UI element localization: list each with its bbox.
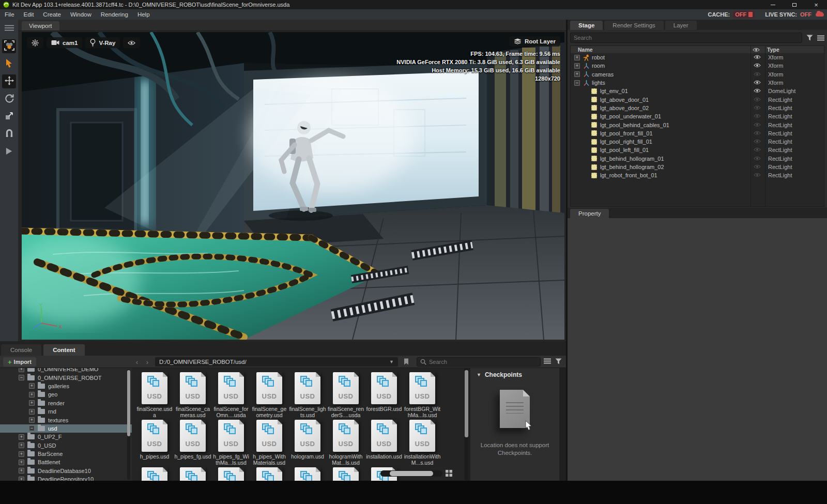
grid-view-icon[interactable] xyxy=(446,470,452,478)
visibility-eye-icon[interactable] xyxy=(754,63,761,69)
checkpoints-header[interactable]: ▼ Checkpoints xyxy=(470,368,559,378)
folder-row[interactable]: + DeadlineRepository10 xyxy=(0,475,132,481)
expand-toggle-icon[interactable]: + xyxy=(19,442,24,448)
viewport-settings-button[interactable] xyxy=(27,37,43,48)
snap-tool[interactable] xyxy=(2,127,16,141)
folder-row[interactable]: + textures xyxy=(0,416,132,424)
file-item[interactable]: USD finalScene_geometry.usd xyxy=(250,372,288,418)
visibility-eye-icon[interactable] xyxy=(754,71,761,78)
import-button[interactable]: + Import xyxy=(3,357,36,366)
expand-toggle-icon[interactable]: − xyxy=(574,80,580,86)
visibility-eye-icon[interactable] xyxy=(754,130,761,136)
scale-tool[interactable] xyxy=(2,110,16,124)
visibility-column-eye-icon[interactable] xyxy=(753,47,760,53)
expand-toggle-icon[interactable]: + xyxy=(19,368,24,372)
expand-toggle-icon[interactable]: + xyxy=(19,477,24,481)
stage-row[interactable]: lgt_behind_hollogram_01 RectLight xyxy=(571,155,824,163)
folder-row[interactable]: + Battlenet xyxy=(0,458,132,466)
filter-icon[interactable] xyxy=(806,35,813,41)
play-button[interactable] xyxy=(2,145,16,159)
live-sync-cloud-icon[interactable] xyxy=(816,13,824,17)
expand-toggle-icon[interactable]: + xyxy=(19,460,24,465)
visibility-eye-icon[interactable] xyxy=(754,88,761,94)
expand-toggle-icon[interactable]: + xyxy=(29,392,35,398)
file-item[interactable]: USD hologram.usd xyxy=(288,420,327,466)
file-item[interactable]: USD xyxy=(288,467,327,481)
expand-toggle-icon[interactable]: + xyxy=(574,55,580,60)
close-button[interactable]: × xyxy=(805,0,827,9)
stage-row[interactable]: lgt_robot_front_bot_01 RectLight xyxy=(571,171,824,179)
file-item[interactable]: USD xyxy=(327,467,365,481)
visibility-eye-icon[interactable] xyxy=(754,97,761,103)
folder-row[interactable]: + 0_UP2_F xyxy=(0,433,132,441)
stage-row[interactable]: lgt_pool_right_fill_01 RectLight xyxy=(571,138,824,146)
menu-rendering[interactable]: Rendering xyxy=(96,9,133,20)
file-item[interactable]: USD xyxy=(135,467,174,481)
visibility-eye-icon[interactable] xyxy=(754,80,761,86)
file-item[interactable]: USD installationWithM...s.usd xyxy=(403,420,441,466)
visibility-options-button[interactable] xyxy=(123,37,140,48)
visibility-eye-icon[interactable] xyxy=(754,105,761,111)
tab-stage[interactable]: Stage xyxy=(570,21,603,30)
tab-render-settings[interactable]: Render Settings xyxy=(604,21,663,30)
renderer-select-button[interactable]: V-Ray xyxy=(85,37,120,48)
bookmark-icon[interactable] xyxy=(404,358,409,366)
tab-layer[interactable]: Layer xyxy=(665,21,697,30)
path-field[interactable]: D:/0_OMNIVERSE_ROBOT/usd/ ▼ xyxy=(155,357,398,366)
expand-toggle-icon[interactable]: + xyxy=(29,383,35,389)
cache-toggle[interactable]: OFF xyxy=(733,11,755,18)
menu[interactable] xyxy=(2,22,16,36)
back-button[interactable]: ‹ xyxy=(132,357,142,366)
stage-row[interactable]: + room Xform xyxy=(571,62,824,70)
expand-toggle-icon[interactable]: + xyxy=(574,71,580,77)
stage-row[interactable]: lgt_pool_underwater_01 RectLight xyxy=(571,112,824,120)
folder-row[interactable]: − 0_OMNIVERSE_ROBOT xyxy=(0,373,132,381)
list-view-icon[interactable] xyxy=(544,358,551,365)
expand-toggle-icon[interactable]: + xyxy=(19,434,24,440)
file-item[interactable]: USD finalScene_forOmn....usda xyxy=(212,372,250,418)
expand-toggle-icon[interactable]: − xyxy=(19,375,24,380)
file-item[interactable]: USD finalScene.usda xyxy=(135,372,174,418)
file-grid-scrollbar[interactable] xyxy=(465,369,468,480)
visibility-eye-icon[interactable] xyxy=(754,156,761,162)
minimize-button[interactable] xyxy=(762,0,784,9)
slider-handle[interactable] xyxy=(390,471,433,476)
thumbnail-size-slider[interactable] xyxy=(380,470,442,477)
file-item[interactable]: USD xyxy=(212,467,250,481)
menu-help[interactable]: Help xyxy=(133,9,155,20)
folder-row[interactable]: + 0_USD xyxy=(0,441,132,450)
menu-window[interactable]: Window xyxy=(66,9,96,20)
visibility-eye-icon[interactable] xyxy=(754,113,761,119)
visibility-eye-icon[interactable] xyxy=(754,139,761,145)
menu-create[interactable]: Create xyxy=(38,9,66,20)
expand-toggle-icon[interactable]: + xyxy=(574,63,580,69)
folder-row[interactable]: − usd xyxy=(0,424,132,433)
file-item[interactable]: USD finalScene_cameras.usd xyxy=(174,372,212,418)
type-column-header[interactable]: Type xyxy=(767,47,779,53)
folder-row[interactable]: + 0_OMNIVERSE_DEMO xyxy=(0,368,132,373)
visibility-eye-icon[interactable] xyxy=(754,172,761,178)
camera-select-button[interactable]: cam1 xyxy=(47,37,82,48)
file-item[interactable]: USD installation.usd xyxy=(365,420,403,466)
visibility-eye-icon[interactable] xyxy=(754,164,761,170)
visibility-eye-icon[interactable] xyxy=(754,54,761,60)
expand-toggle-icon[interactable]: + xyxy=(29,409,35,415)
file-item[interactable]: USD h_pipes_WithMaterials.usd xyxy=(250,420,288,466)
expand-toggle-icon[interactable]: + xyxy=(29,417,35,423)
file-item[interactable]: USD forestBGR.usd xyxy=(365,372,403,418)
filter-icon[interactable] xyxy=(555,358,562,366)
visibility-eye-icon[interactable] xyxy=(754,122,761,128)
viewport-3d-canvas[interactable]: cam1 V-Ray Root Layer FPS: 104.63, Frame… xyxy=(22,32,564,340)
folder-row[interactable]: + geo xyxy=(0,390,132,399)
rotate-tool[interactable] xyxy=(2,92,16,106)
expand-toggle-icon[interactable]: + xyxy=(19,468,24,474)
tab-viewport[interactable]: Viewport xyxy=(22,21,59,30)
file-item[interactable]: USD finalScene_renderS....usda xyxy=(327,372,365,418)
stage-row[interactable]: lgt_env_01 DomeLight xyxy=(571,87,824,95)
stage-row[interactable]: lgt_above_door_02 RectLight xyxy=(571,104,824,112)
folder-row[interactable]: + BarScene xyxy=(0,450,132,458)
folder-tree-scrollbar[interactable] xyxy=(127,369,130,480)
folder-row[interactable]: + DeadlineDatabase10 xyxy=(0,467,132,475)
stage-row[interactable]: lgt_pool_front_fill_01 RectLight xyxy=(571,129,824,138)
tab-property[interactable]: Property xyxy=(570,209,609,218)
